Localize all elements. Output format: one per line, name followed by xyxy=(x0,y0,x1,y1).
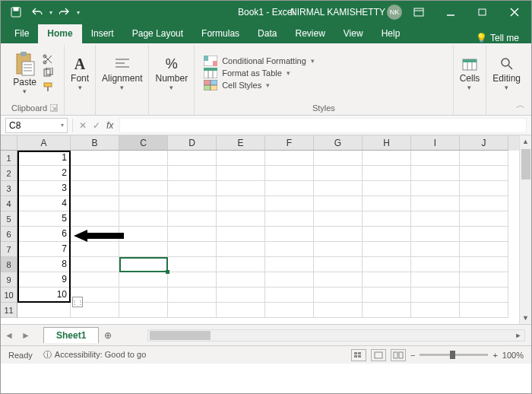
cell[interactable] xyxy=(265,151,314,166)
cell[interactable] xyxy=(119,303,168,318)
scroll-down-icon[interactable]: ▼ xyxy=(520,312,531,324)
cell[interactable] xyxy=(168,181,217,196)
formula-bar-input[interactable] xyxy=(119,118,527,133)
cell[interactable] xyxy=(217,196,265,211)
cell[interactable] xyxy=(363,303,411,318)
cell[interactable] xyxy=(460,227,508,242)
row-header[interactable]: 5 xyxy=(1,211,17,227)
cell[interactable] xyxy=(314,166,363,181)
accessibility-status[interactable]: ⓘAccessibility: Good to go xyxy=(43,349,146,361)
copy-button[interactable] xyxy=(43,68,56,78)
cell[interactable] xyxy=(119,227,168,242)
cell[interactable] xyxy=(460,181,508,196)
cell[interactable] xyxy=(314,181,363,196)
row-header[interactable]: 7 xyxy=(1,242,17,257)
column-header[interactable]: J xyxy=(460,135,508,151)
cell[interactable] xyxy=(265,257,314,272)
cell[interactable] xyxy=(265,227,314,242)
cell[interactable] xyxy=(119,211,168,227)
cell[interactable] xyxy=(411,211,460,227)
row-header[interactable]: 9 xyxy=(1,272,17,288)
cell[interactable] xyxy=(411,257,460,272)
cell[interactable] xyxy=(119,288,168,303)
tab-home[interactable]: Home xyxy=(38,24,81,43)
cancel-formula-button[interactable]: ✕ xyxy=(79,120,87,131)
collapse-ribbon-button[interactable]: ︿ xyxy=(516,99,525,112)
tab-review[interactable]: Review xyxy=(286,24,334,43)
cell[interactable] xyxy=(411,227,460,242)
spreadsheet-grid[interactable]: A B C D E F G H I J 1 2 3 4 5 6 7 8 9 10… xyxy=(1,135,531,324)
cell[interactable] xyxy=(460,272,508,288)
select-all-corner[interactable] xyxy=(1,135,17,151)
cell[interactable] xyxy=(168,211,217,227)
cell[interactable] xyxy=(265,288,314,303)
tell-me-button[interactable]: 💡 Tell me xyxy=(476,33,531,43)
column-header[interactable]: A xyxy=(17,135,71,151)
cell[interactable] xyxy=(314,211,363,227)
maximize-button[interactable] xyxy=(467,1,498,24)
alignment-dropdown[interactable]: Alignment ▾ xyxy=(102,55,142,91)
vertical-scrollbar[interactable]: ▲ ▼ xyxy=(519,135,531,324)
cell[interactable] xyxy=(217,288,265,303)
cell[interactable] xyxy=(265,272,314,288)
cell[interactable] xyxy=(411,151,460,166)
cell[interactable] xyxy=(168,257,217,272)
fill-handle[interactable] xyxy=(166,270,169,274)
column-header[interactable]: G xyxy=(314,135,363,151)
cell[interactable] xyxy=(460,151,508,166)
cell[interactable] xyxy=(363,196,411,211)
cell[interactable] xyxy=(71,181,119,196)
cell[interactable] xyxy=(460,242,508,257)
cell[interactable] xyxy=(71,196,119,211)
tab-page-layout[interactable]: Page Layout xyxy=(123,24,192,43)
cell[interactable] xyxy=(314,288,363,303)
row-header[interactable]: 6 xyxy=(1,227,17,242)
cell[interactable] xyxy=(363,272,411,288)
cell[interactable]: 5 xyxy=(17,211,71,227)
cell[interactable] xyxy=(168,227,217,242)
cell[interactable] xyxy=(217,166,265,181)
tab-insert[interactable]: Insert xyxy=(82,24,123,43)
cell[interactable] xyxy=(168,151,217,166)
tab-data[interactable]: Data xyxy=(249,24,286,43)
cut-button[interactable] xyxy=(43,54,56,65)
cell[interactable] xyxy=(460,288,508,303)
cell[interactable]: 3 xyxy=(17,181,71,196)
cell[interactable] xyxy=(411,166,460,181)
cell[interactable] xyxy=(265,211,314,227)
cell[interactable] xyxy=(314,227,363,242)
conditional-formatting-button[interactable]: Conditional Formatting▾ xyxy=(204,56,315,66)
cell[interactable] xyxy=(168,272,217,288)
horizontal-scrollbar-thumb[interactable] xyxy=(150,331,211,340)
add-sheet-button[interactable]: ⊕ xyxy=(99,330,117,341)
zoom-slider[interactable] xyxy=(420,354,488,356)
cell[interactable] xyxy=(363,211,411,227)
column-header[interactable]: B xyxy=(71,135,119,151)
cell[interactable] xyxy=(119,181,168,196)
tab-view[interactable]: View xyxy=(334,24,372,43)
cell[interactable] xyxy=(460,196,508,211)
cell[interactable] xyxy=(363,242,411,257)
cell[interactable] xyxy=(460,211,508,227)
close-button[interactable] xyxy=(499,1,530,24)
cell[interactable] xyxy=(119,272,168,288)
column-header[interactable]: D xyxy=(168,135,217,151)
cell[interactable] xyxy=(119,196,168,211)
horizontal-scrollbar[interactable]: ◄ ► xyxy=(147,329,525,342)
zoom-percentage[interactable]: 100% xyxy=(502,351,524,360)
cell[interactable]: 7 xyxy=(17,242,71,257)
sheet-nav-next-button[interactable]: ► xyxy=(17,330,34,341)
tab-file[interactable]: File xyxy=(5,24,38,43)
column-header[interactable]: H xyxy=(363,135,411,151)
row-header[interactable]: 11 xyxy=(1,303,17,318)
cell[interactable] xyxy=(265,303,314,318)
cell[interactable] xyxy=(217,257,265,272)
cell[interactable] xyxy=(265,242,314,257)
cell[interactable] xyxy=(71,166,119,181)
row-header[interactable]: 3 xyxy=(1,181,17,196)
cell[interactable] xyxy=(217,151,265,166)
cell[interactable] xyxy=(119,166,168,181)
name-box[interactable]: C8 ▾ xyxy=(5,118,68,133)
zoom-in-button[interactable]: + xyxy=(492,351,497,360)
minimize-button[interactable] xyxy=(435,1,466,24)
